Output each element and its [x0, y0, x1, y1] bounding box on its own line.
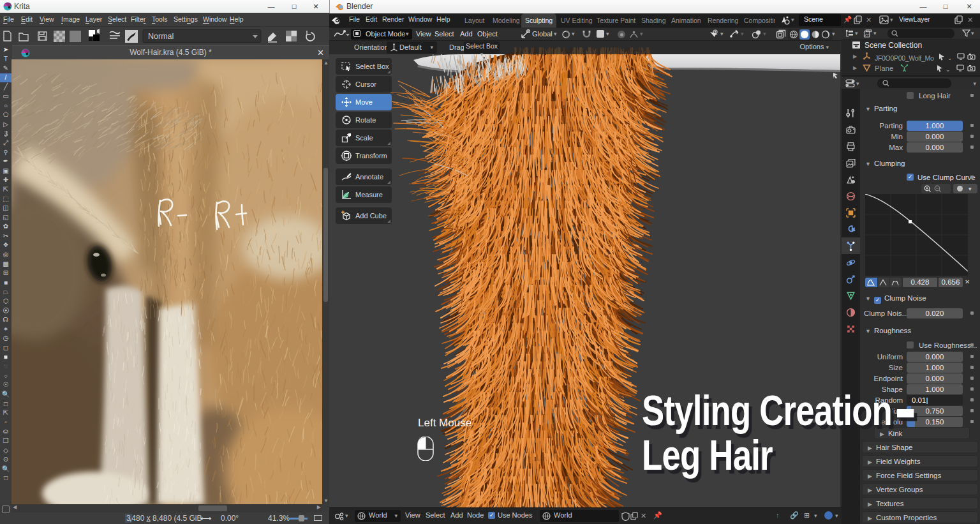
- svg-text:Normal: Normal: [148, 32, 174, 41]
